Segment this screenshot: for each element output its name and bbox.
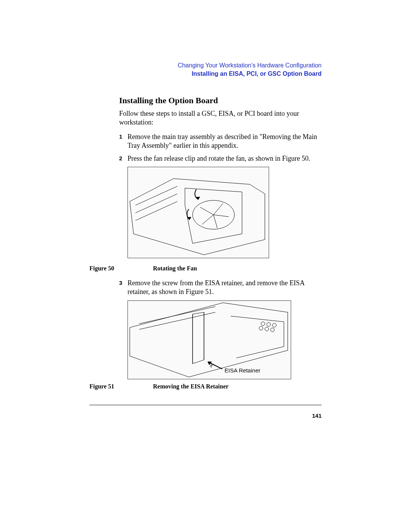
- eisa-retainer-annotation: EISA Retainer: [225, 367, 260, 374]
- step-text: Press the fan release clip and rotate th…: [127, 154, 310, 163]
- document-page: Changing Your Workstation's Hardware Con…: [89, 62, 322, 397]
- step-2: 2 Press the fan release clip and rotate …: [119, 154, 322, 163]
- figure-51-caption-row: Figure 51 Removing the EISA Retainer: [89, 383, 322, 390]
- svg-point-5: [272, 323, 276, 327]
- figure-caption: Removing the EISA Retainer: [153, 383, 229, 390]
- svg-point-7: [265, 327, 269, 331]
- svg-point-4: [267, 323, 271, 326]
- step-number: 1: [119, 133, 127, 150]
- step-number: 2: [119, 154, 127, 163]
- figure-caption: Rotating the Fan: [153, 265, 197, 272]
- figure-50-block: [127, 167, 322, 258]
- svg-point-8: [271, 328, 274, 332]
- intro-paragraph: Follow these steps to install a GSC, EIS…: [119, 109, 322, 127]
- svg-point-3: [261, 322, 265, 326]
- figure-label: Figure 51: [89, 383, 153, 390]
- figure-51-block: EISA Retainer: [127, 300, 322, 379]
- figure-51-image: EISA Retainer: [127, 300, 291, 379]
- footer-rule: [89, 405, 322, 405]
- page-number: 141: [312, 412, 322, 419]
- step-1: 1 Remove the main tray assembly as descr…: [119, 133, 322, 150]
- figure-50-caption-row: Figure 50 Rotating the Fan: [89, 265, 322, 272]
- step-3: 3 Remove the screw from the EISA retaine…: [119, 279, 322, 297]
- svg-point-6: [259, 326, 263, 330]
- step-text: Remove the screw from the EISA retainer,…: [127, 279, 322, 297]
- figure-label: Figure 50: [89, 265, 153, 272]
- section-title: Installing the Option Board: [119, 96, 322, 105]
- running-header-chapter: Changing Your Workstation's Hardware Con…: [89, 62, 322, 69]
- step-text: Remove the main tray assembly as describ…: [127, 133, 322, 150]
- running-header-section: Installing an EISA, PCI, or GSC Option B…: [89, 70, 322, 77]
- figure-50-image: [127, 167, 269, 258]
- step-number: 3: [119, 279, 127, 297]
